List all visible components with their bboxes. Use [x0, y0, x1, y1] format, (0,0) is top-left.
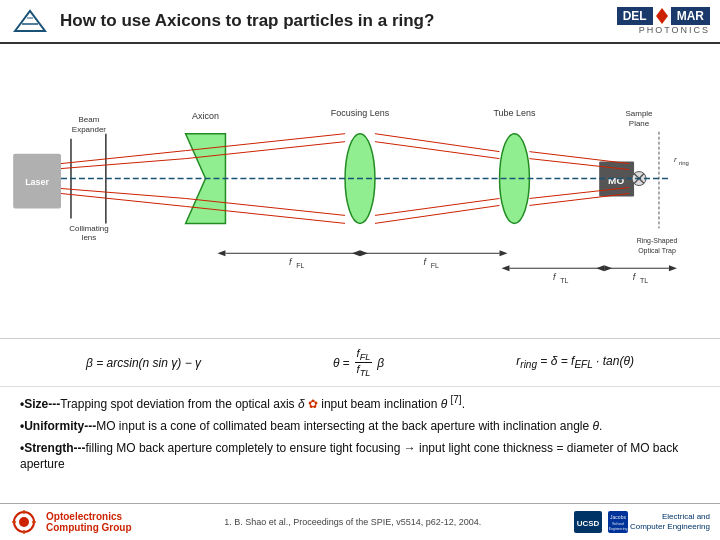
- optical-diagram: Laser Beam Expander Collimating lens Axi…: [0, 44, 720, 339]
- svg-text:FL: FL: [431, 262, 439, 269]
- photonics-label: PHOTONICS: [639, 25, 710, 35]
- svg-text:Jacobs: Jacobs: [610, 514, 626, 520]
- svg-text:Laser: Laser: [25, 177, 49, 187]
- svg-text:r: r: [674, 155, 677, 164]
- svg-text:MO: MO: [608, 175, 624, 186]
- svg-text:Beam: Beam: [79, 115, 100, 124]
- ucsd-icon: UCSD: [574, 511, 602, 533]
- del-text: DEL: [617, 7, 653, 25]
- dept-label: Electrical and Computer Engineering: [630, 512, 710, 531]
- svg-text:UCSD: UCSD: [577, 519, 600, 528]
- svg-text:Expander: Expander: [72, 125, 106, 134]
- equation-1: β = arcsin(n sin γ) − γ: [86, 356, 201, 370]
- bullet-size: •Size---Trapping spot deviation from the…: [20, 393, 700, 413]
- svg-text:TL: TL: [560, 277, 568, 284]
- svg-text:Sample: Sample: [626, 109, 654, 118]
- equation-3: rring = δ = fEFL · tan(θ): [516, 354, 634, 370]
- bullet-uniformity: •Uniformity---MO input is a cone of coll…: [20, 418, 700, 435]
- svg-text:Tube Lens: Tube Lens: [493, 108, 535, 118]
- header: How to use Axicons to trap particles in …: [0, 0, 720, 44]
- svg-text:FL: FL: [296, 262, 304, 269]
- footer-reference: 1. B. Shao et al., Proceedings of the SP…: [142, 517, 564, 527]
- brand-logo: DEL MAR PHOTONICS: [617, 7, 710, 35]
- svg-text:Engineering: Engineering: [609, 527, 628, 531]
- svg-text:Ring-Shaped: Ring-Shaped: [637, 237, 678, 245]
- svg-text:Optical Trap: Optical Trap: [638, 247, 676, 255]
- footer: Optoelectronics Computing Group 1. B. Sh…: [0, 503, 720, 540]
- logo-triangle-icon: [10, 6, 50, 36]
- diamond-icon: [655, 7, 669, 25]
- svg-point-70: [19, 517, 29, 527]
- svg-text:School: School: [612, 521, 624, 526]
- jacobs-icon: Jacobs School Engineering: [608, 511, 628, 533]
- diagram-svg: Laser Beam Expander Collimating lens Axi…: [0, 44, 720, 338]
- footer-right: UCSD Jacobs School Engineering Electrica…: [574, 511, 710, 533]
- svg-text:Focusing Lens: Focusing Lens: [331, 108, 390, 118]
- svg-text:Axicon: Axicon: [192, 111, 219, 121]
- header-left: How to use Axicons to trap particles in …: [10, 6, 434, 36]
- svg-marker-0: [15, 11, 45, 31]
- svg-text:ring: ring: [679, 160, 689, 166]
- mar-text: MAR: [671, 7, 710, 25]
- footer-left: Optoelectronics Computing Group: [10, 508, 132, 536]
- optoelectronics-icon: [10, 508, 38, 536]
- bullet-strength: •Strength---filling MO back aperture com…: [20, 440, 700, 474]
- page-title: How to use Axicons to trap particles in …: [60, 11, 434, 31]
- svg-marker-4: [656, 8, 668, 24]
- equations-section: β = arcsin(n sin γ) − γ θ = fFL fTL β rr…: [0, 339, 720, 387]
- equation-2: θ = fFL fTL β: [333, 347, 384, 378]
- svg-text:lens: lens: [82, 233, 97, 242]
- svg-text:Plane: Plane: [629, 119, 650, 128]
- svg-text:Collimating: Collimating: [69, 224, 108, 233]
- svg-text:TL: TL: [640, 277, 648, 284]
- group-name: Optoelectronics Computing Group: [46, 511, 132, 533]
- bullets-section: •Size---Trapping spot deviation from the…: [0, 387, 720, 482]
